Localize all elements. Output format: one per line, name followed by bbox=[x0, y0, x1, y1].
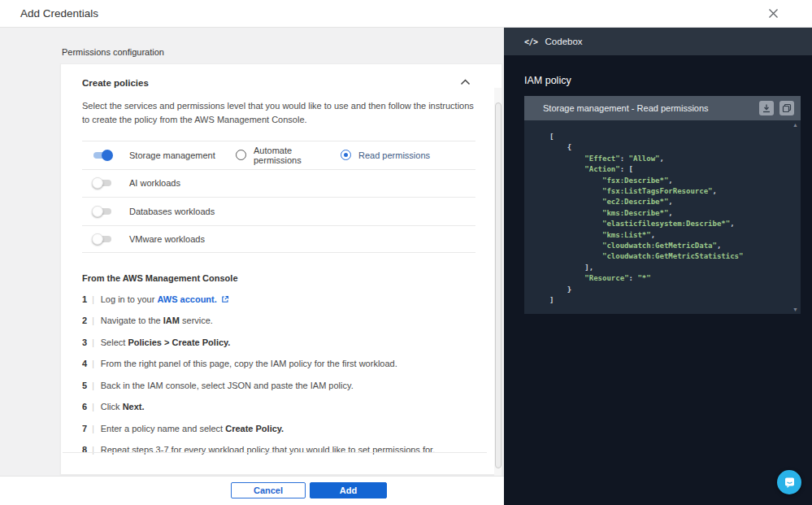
code-line: "cloudwatch:GetMetricStatistics" bbox=[549, 251, 789, 262]
radio-icon[interactable] bbox=[236, 150, 246, 160]
code-line: "ec2:Describe*", bbox=[549, 197, 789, 207]
code-line: "Resource": "*" bbox=[549, 273, 789, 284]
create-policies-card: Create policies Select the services and … bbox=[60, 63, 502, 475]
workload-label: Storage management bbox=[129, 150, 236, 160]
instruction-step: 4|From the right panel of this page, cop… bbox=[82, 359, 480, 369]
step-divider: | bbox=[92, 359, 94, 368]
codebox-label: Codebox bbox=[545, 37, 583, 46]
chat-bubble-icon[interactable] bbox=[777, 470, 801, 494]
workload-row: Storage managementAutomate permissionsRe… bbox=[82, 141, 475, 169]
snippet-title: Storage management - Read permissions bbox=[543, 103, 709, 113]
workload-toggle[interactable] bbox=[92, 233, 113, 245]
close-icon[interactable] bbox=[767, 8, 779, 20]
codebox-panel: </> Codebox IAM policy Storage managemen… bbox=[504, 28, 812, 505]
instruction-step: 6|Click Next. bbox=[82, 402, 480, 412]
external-link-icon bbox=[221, 295, 229, 303]
chevron-up-icon[interactable] bbox=[460, 76, 471, 88]
instruction-step: 5|Back in the IAM console, select JSON a… bbox=[82, 381, 480, 391]
code-line: "cloudwatch:GetMetricData", bbox=[549, 241, 789, 251]
step-number: 3 bbox=[82, 337, 87, 347]
code-line: "kms:List*", bbox=[549, 230, 789, 241]
instruction-step: 3|Select Policies > Create Policy. bbox=[82, 337, 480, 348]
step-text: Select Policies > Create Policy. bbox=[101, 337, 231, 347]
step-number: 8 bbox=[82, 445, 87, 455]
code-brackets-icon: </> bbox=[524, 37, 538, 46]
instructions-title: From the AWS Management Console bbox=[82, 273, 480, 283]
add-credentials-dialog: Add Credentials Permissions configuratio… bbox=[0, 0, 812, 505]
step-divider: | bbox=[92, 338, 94, 347]
radio-icon[interactable] bbox=[341, 150, 351, 160]
add-button[interactable]: Add bbox=[310, 482, 387, 498]
code-snippet-box: Storage management - Read permissions bbox=[524, 96, 801, 314]
snippet-actions bbox=[759, 101, 794, 115]
code-scroll-up-icon[interactable]: ▲ bbox=[792, 122, 798, 128]
step-number: 2 bbox=[82, 316, 87, 325]
download-icon[interactable] bbox=[759, 101, 774, 115]
code-line: "Action": [ bbox=[549, 164, 789, 175]
dialog-header: Add Credentials bbox=[0, 0, 812, 28]
step-text: From the right panel of this page, copy … bbox=[101, 359, 397, 368]
workload-label: AI workloads bbox=[129, 178, 236, 188]
step-number: 4 bbox=[82, 359, 87, 368]
code-line: "elasticfilesystem:Describe*", bbox=[549, 219, 789, 229]
description-line-2: to create the policy from the AWS Manage… bbox=[82, 113, 477, 127]
step-number: 6 bbox=[82, 402, 87, 411]
permissions-panel: Permissions configuration Create policie… bbox=[0, 28, 504, 505]
code-scroll-down-icon[interactable]: ▼ bbox=[792, 307, 798, 312]
workload-toggle[interactable] bbox=[92, 206, 113, 217]
instruction-steps: 1|Log in to your AWS account.2|Navigate … bbox=[82, 294, 480, 456]
step-number: 7 bbox=[82, 424, 87, 433]
step-text: Enter a policy name and select Create Po… bbox=[101, 424, 284, 433]
divider bbox=[63, 452, 487, 453]
step-number: 5 bbox=[82, 381, 87, 390]
codebox-header: </> Codebox bbox=[504, 28, 812, 55]
code-line: } bbox=[549, 285, 789, 295]
scrollbar-track[interactable] bbox=[494, 88, 502, 481]
permission-radio-option[interactable]: Automate permissions bbox=[236, 146, 341, 165]
workload-row: VMware workloads bbox=[82, 225, 475, 254]
code-line: ], bbox=[549, 263, 789, 273]
aws-account-link[interactable]: AWS account. bbox=[157, 294, 216, 304]
workload-toggle[interactable] bbox=[92, 177, 113, 189]
description-line-1: Select the services and permissions leve… bbox=[82, 99, 477, 113]
code-line: { bbox=[549, 142, 789, 153]
scrollbar-thumb[interactable] bbox=[495, 102, 502, 468]
step-divider: | bbox=[92, 424, 94, 433]
code-line: "Effect": "Allow", bbox=[549, 154, 789, 164]
code-area[interactable]: ▲ ▼ [ { "Effect": "Allow", "Action": [ "… bbox=[524, 120, 801, 314]
accordion-title: Create policies bbox=[82, 78, 149, 88]
iam-policy-title: IAM policy bbox=[524, 75, 571, 86]
radio-label: Read permissions bbox=[358, 150, 430, 160]
workload-row: AI workloads bbox=[82, 169, 475, 198]
step-divider: | bbox=[92, 295, 94, 304]
workload-label: Databases workloads bbox=[129, 207, 236, 216]
dialog-footer: Cancel Add bbox=[0, 476, 504, 505]
code-line: "fsx:ListTagsForResource", bbox=[549, 186, 789, 197]
step-text: Repeat steps 3-7 for every workload poli… bbox=[101, 445, 435, 455]
step-divider: | bbox=[92, 316, 94, 325]
step-text: Navigate to the IAM service. bbox=[101, 316, 213, 325]
radio-label: Automate permissions bbox=[254, 146, 341, 165]
step-number: 1 bbox=[82, 294, 87, 304]
code-line: "kms:Describe*", bbox=[549, 208, 789, 219]
instruction-step: 1|Log in to your AWS account. bbox=[82, 294, 480, 305]
step-divider: | bbox=[92, 446, 94, 455]
workload-toggle[interactable] bbox=[92, 150, 113, 161]
section-label: Permissions configuration bbox=[62, 47, 164, 57]
instruction-step: 2|Navigate to the IAM service. bbox=[82, 316, 480, 326]
permission-radio-option[interactable]: Read permissions bbox=[341, 150, 475, 160]
workload-label: VMware workloads bbox=[129, 234, 236, 244]
copy-icon[interactable] bbox=[779, 101, 794, 115]
step-divider: | bbox=[92, 403, 94, 411]
step-text: Click Next. bbox=[101, 402, 145, 411]
step-text: Log in to your AWS account. bbox=[101, 294, 229, 304]
step-divider: | bbox=[92, 381, 94, 390]
workload-row: Databases workloads bbox=[82, 197, 475, 225]
snippet-titlebar: Storage management - Read permissions bbox=[524, 96, 801, 120]
code-line: "fsx:Describe*", bbox=[549, 176, 789, 186]
accordion-header[interactable]: Create policies bbox=[61, 64, 502, 89]
code-line: [ bbox=[549, 132, 789, 142]
instruction-step: 7|Enter a policy name and select Create … bbox=[82, 424, 480, 434]
cancel-button[interactable]: Cancel bbox=[231, 482, 306, 498]
code-line: ] bbox=[549, 295, 789, 306]
